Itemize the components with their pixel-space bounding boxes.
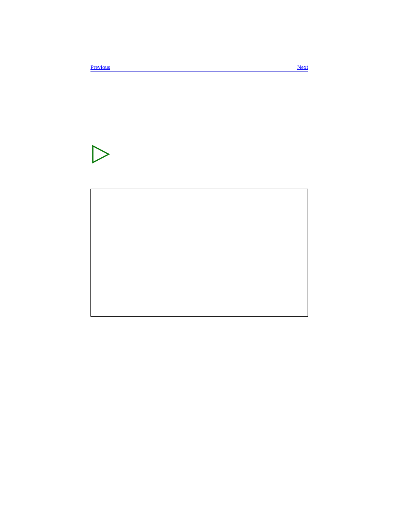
para2-c2: ##quit <box>171 395 193 402</box>
note-code1: (require 'rev4-optional-procedures) <box>220 146 305 153</box>
para1-c2: error <box>222 331 240 338</box>
para1-c5: error <box>141 370 159 376</box>
para1-c4: error <box>107 360 125 367</box>
paragraph-1: Note in the above that slib:error ends b… <box>90 330 308 378</box>
address-line-2: Menlo Park, CA 94025 <box>90 91 308 100</box>
previous-link[interactable]: Previous <box>90 64 110 71</box>
page-title: Useful SLIB Procedures <box>90 106 308 117</box>
code-listing: (define slib:error (lambda args (display… <box>90 189 308 317</box>
divider <box>90 72 308 72</box>
para2-c1: ##debug-repl <box>150 385 193 392</box>
note-text-part2: to enable <box>116 156 140 162</box>
para3-t2: above overwrites that of the same name i… <box>179 411 308 417</box>
para1-t2: ends by calling <box>182 331 222 337</box>
para1-t1: Note in the above that <box>90 331 146 337</box>
note-text-part4: . <box>196 156 197 162</box>
page-number: 1 <box>348 501 351 508</box>
para2-t1: We define error to be <box>90 385 150 392</box>
paragraph-3: The definition of slib:error above overw… <box>90 409 308 438</box>
note-text-part3: and <box>157 156 168 162</box>
note-code3: string-copy <box>168 156 196 162</box>
section-heading: Simple Error Procedure <box>90 178 308 185</box>
address-line-1: 1010 El Camino Real, Suite 300 <box>90 82 308 91</box>
para3-c1: slib:error <box>143 411 179 417</box>
note-code2: list-tail <box>140 156 157 162</box>
para3-c2: "gambit.init" <box>90 420 137 427</box>
nav-links: Previous Next <box>90 64 308 71</box>
author-credit: courtesy of Aubrey Jaffer, the author of… <box>90 130 308 137</box>
note-text: Assuming you have SLIB loaded, you can (… <box>116 144 308 163</box>
note-icon <box>90 144 110 166</box>
para1-c3: error <box>121 350 139 357</box>
paragraph-2: We define error to be ##debug-repl to le… <box>90 384 308 403</box>
title-block: 1010 El Camino Real, Suite 300 Menlo Par… <box>90 82 308 117</box>
para2-t3: if you wanted to simply leave the interp… <box>193 395 304 401</box>
page-content: Previous Next 1010 El Camino Real, Suite… <box>90 64 308 444</box>
note-block: Assuming you have SLIB loaded, you can (… <box>90 144 308 166</box>
next-link[interactable]: Next <box>297 64 308 71</box>
para3-t1: The definition of <box>90 411 143 417</box>
para1-t6: ): <box>159 370 163 376</box>
para1-c1: slib:error <box>146 331 182 338</box>
note-text-part1: Assuming you have SLIB loaded, you can <box>116 146 220 153</box>
